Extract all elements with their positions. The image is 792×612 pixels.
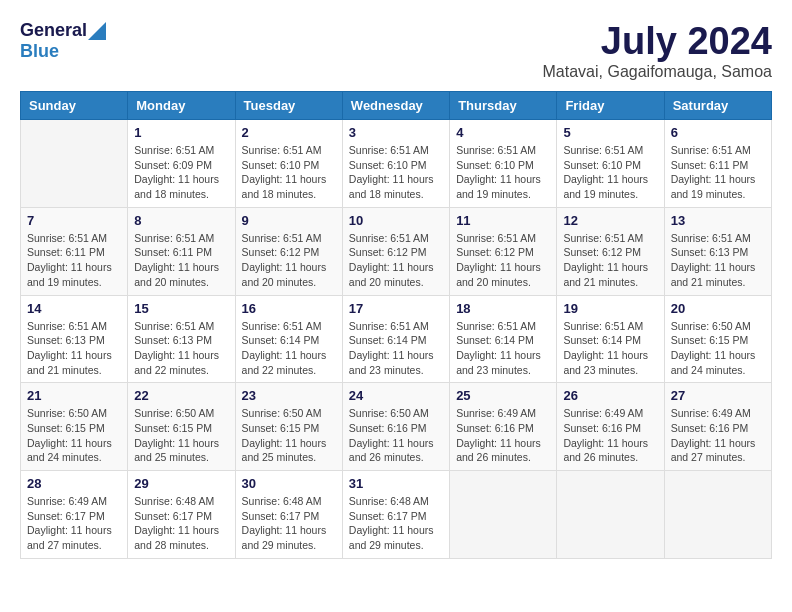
day-number: 5 [563, 125, 657, 140]
day-info: Sunrise: 6:51 AMSunset: 6:14 PMDaylight:… [456, 319, 550, 378]
day-number: 23 [242, 388, 336, 403]
calendar-header-monday: Monday [128, 92, 235, 120]
calendar-cell: 27Sunrise: 6:49 AMSunset: 6:16 PMDayligh… [664, 383, 771, 471]
day-info: Sunrise: 6:51 AMSunset: 6:10 PMDaylight:… [563, 143, 657, 202]
calendar-cell: 10Sunrise: 6:51 AMSunset: 6:12 PMDayligh… [342, 207, 449, 295]
calendar-cell [21, 120, 128, 208]
calendar-cell: 22Sunrise: 6:50 AMSunset: 6:15 PMDayligh… [128, 383, 235, 471]
subtitle: Matavai, Gagaifomauga, Samoa [543, 63, 772, 81]
day-number: 21 [27, 388, 121, 403]
logo: General Blue [20, 20, 107, 62]
day-number: 7 [27, 213, 121, 228]
day-info: Sunrise: 6:50 AMSunset: 6:15 PMDaylight:… [134, 406, 228, 465]
calendar-cell [664, 471, 771, 559]
day-number: 4 [456, 125, 550, 140]
day-number: 25 [456, 388, 550, 403]
calendar-cell [450, 471, 557, 559]
calendar-cell: 18Sunrise: 6:51 AMSunset: 6:14 PMDayligh… [450, 295, 557, 383]
day-number: 19 [563, 301, 657, 316]
calendar-cell: 20Sunrise: 6:50 AMSunset: 6:15 PMDayligh… [664, 295, 771, 383]
day-number: 15 [134, 301, 228, 316]
day-info: Sunrise: 6:50 AMSunset: 6:15 PMDaylight:… [242, 406, 336, 465]
page-header: General Blue July 2024 Matavai, Gagaifom… [20, 20, 772, 81]
logo-general-text: General [20, 20, 87, 41]
calendar-week-row: 1Sunrise: 6:51 AMSunset: 6:09 PMDaylight… [21, 120, 772, 208]
day-number: 12 [563, 213, 657, 228]
day-info: Sunrise: 6:51 AMSunset: 6:10 PMDaylight:… [456, 143, 550, 202]
day-info: Sunrise: 6:51 AMSunset: 6:12 PMDaylight:… [456, 231, 550, 290]
calendar-cell: 19Sunrise: 6:51 AMSunset: 6:14 PMDayligh… [557, 295, 664, 383]
calendar-cell: 15Sunrise: 6:51 AMSunset: 6:13 PMDayligh… [128, 295, 235, 383]
day-number: 10 [349, 213, 443, 228]
calendar-header-wednesday: Wednesday [342, 92, 449, 120]
calendar-table: SundayMondayTuesdayWednesdayThursdayFrid… [20, 91, 772, 559]
day-number: 2 [242, 125, 336, 140]
day-info: Sunrise: 6:51 AMSunset: 6:10 PMDaylight:… [242, 143, 336, 202]
day-number: 14 [27, 301, 121, 316]
day-info: Sunrise: 6:51 AMSunset: 6:12 PMDaylight:… [242, 231, 336, 290]
calendar-header-sunday: Sunday [21, 92, 128, 120]
calendar-cell: 9Sunrise: 6:51 AMSunset: 6:12 PMDaylight… [235, 207, 342, 295]
calendar-header-saturday: Saturday [664, 92, 771, 120]
day-number: 18 [456, 301, 550, 316]
calendar-header-tuesday: Tuesday [235, 92, 342, 120]
day-number: 17 [349, 301, 443, 316]
day-info: Sunrise: 6:51 AMSunset: 6:09 PMDaylight:… [134, 143, 228, 202]
calendar-cell: 23Sunrise: 6:50 AMSunset: 6:15 PMDayligh… [235, 383, 342, 471]
calendar-cell: 3Sunrise: 6:51 AMSunset: 6:10 PMDaylight… [342, 120, 449, 208]
day-info: Sunrise: 6:48 AMSunset: 6:17 PMDaylight:… [134, 494, 228, 553]
calendar-cell: 12Sunrise: 6:51 AMSunset: 6:12 PMDayligh… [557, 207, 664, 295]
day-info: Sunrise: 6:51 AMSunset: 6:10 PMDaylight:… [349, 143, 443, 202]
day-number: 8 [134, 213, 228, 228]
logo-icon [88, 22, 106, 40]
calendar-cell: 8Sunrise: 6:51 AMSunset: 6:11 PMDaylight… [128, 207, 235, 295]
calendar-cell: 26Sunrise: 6:49 AMSunset: 6:16 PMDayligh… [557, 383, 664, 471]
calendar-cell [557, 471, 664, 559]
calendar-cell: 30Sunrise: 6:48 AMSunset: 6:17 PMDayligh… [235, 471, 342, 559]
day-number: 27 [671, 388, 765, 403]
day-number: 11 [456, 213, 550, 228]
calendar-week-row: 7Sunrise: 6:51 AMSunset: 6:11 PMDaylight… [21, 207, 772, 295]
calendar-cell: 17Sunrise: 6:51 AMSunset: 6:14 PMDayligh… [342, 295, 449, 383]
calendar-cell: 7Sunrise: 6:51 AMSunset: 6:11 PMDaylight… [21, 207, 128, 295]
calendar-header-thursday: Thursday [450, 92, 557, 120]
day-number: 28 [27, 476, 121, 491]
day-info: Sunrise: 6:48 AMSunset: 6:17 PMDaylight:… [349, 494, 443, 553]
day-number: 31 [349, 476, 443, 491]
day-info: Sunrise: 6:49 AMSunset: 6:17 PMDaylight:… [27, 494, 121, 553]
day-info: Sunrise: 6:51 AMSunset: 6:14 PMDaylight:… [563, 319, 657, 378]
day-number: 1 [134, 125, 228, 140]
calendar-week-row: 28Sunrise: 6:49 AMSunset: 6:17 PMDayligh… [21, 471, 772, 559]
day-info: Sunrise: 6:50 AMSunset: 6:15 PMDaylight:… [671, 319, 765, 378]
day-info: Sunrise: 6:51 AMSunset: 6:14 PMDaylight:… [349, 319, 443, 378]
calendar-cell: 21Sunrise: 6:50 AMSunset: 6:15 PMDayligh… [21, 383, 128, 471]
day-number: 3 [349, 125, 443, 140]
calendar-week-row: 21Sunrise: 6:50 AMSunset: 6:15 PMDayligh… [21, 383, 772, 471]
day-info: Sunrise: 6:51 AMSunset: 6:11 PMDaylight:… [27, 231, 121, 290]
calendar-header-row: SundayMondayTuesdayWednesdayThursdayFrid… [21, 92, 772, 120]
calendar-cell: 6Sunrise: 6:51 AMSunset: 6:11 PMDaylight… [664, 120, 771, 208]
day-number: 13 [671, 213, 765, 228]
calendar-cell: 24Sunrise: 6:50 AMSunset: 6:16 PMDayligh… [342, 383, 449, 471]
calendar-cell: 31Sunrise: 6:48 AMSunset: 6:17 PMDayligh… [342, 471, 449, 559]
day-number: 9 [242, 213, 336, 228]
calendar-cell: 2Sunrise: 6:51 AMSunset: 6:10 PMDaylight… [235, 120, 342, 208]
day-info: Sunrise: 6:50 AMSunset: 6:16 PMDaylight:… [349, 406, 443, 465]
day-info: Sunrise: 6:49 AMSunset: 6:16 PMDaylight:… [671, 406, 765, 465]
title-section: July 2024 Matavai, Gagaifomauga, Samoa [543, 20, 772, 81]
day-info: Sunrise: 6:50 AMSunset: 6:15 PMDaylight:… [27, 406, 121, 465]
day-number: 24 [349, 388, 443, 403]
calendar-cell: 28Sunrise: 6:49 AMSunset: 6:17 PMDayligh… [21, 471, 128, 559]
day-info: Sunrise: 6:51 AMSunset: 6:13 PMDaylight:… [671, 231, 765, 290]
day-number: 29 [134, 476, 228, 491]
day-number: 26 [563, 388, 657, 403]
calendar-week-row: 14Sunrise: 6:51 AMSunset: 6:13 PMDayligh… [21, 295, 772, 383]
main-title: July 2024 [543, 20, 772, 63]
day-info: Sunrise: 6:49 AMSunset: 6:16 PMDaylight:… [563, 406, 657, 465]
day-info: Sunrise: 6:51 AMSunset: 6:11 PMDaylight:… [134, 231, 228, 290]
day-info: Sunrise: 6:51 AMSunset: 6:14 PMDaylight:… [242, 319, 336, 378]
day-info: Sunrise: 6:51 AMSunset: 6:12 PMDaylight:… [563, 231, 657, 290]
calendar-header-friday: Friday [557, 92, 664, 120]
day-number: 6 [671, 125, 765, 140]
day-number: 16 [242, 301, 336, 316]
